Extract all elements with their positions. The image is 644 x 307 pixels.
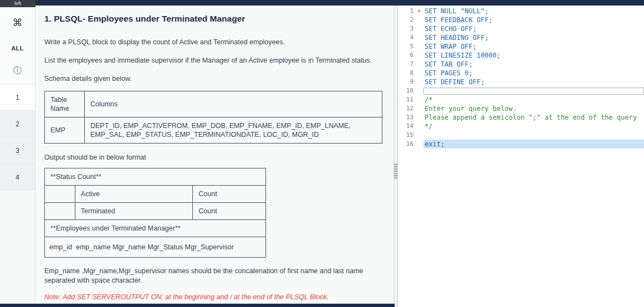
- table-row: EMP DEPT_ID, EMP_ACTIVEFROM, EMP_DOB, EM…: [45, 117, 382, 144]
- table-cell: Active: [75, 186, 192, 203]
- code-text: SET PAGES 0;: [423, 69, 644, 78]
- app-root: left ⌘ ALL ⓘ 1234 1. PLSQL- Employees un…: [0, 0, 644, 307]
- table-row: emp_id emp_name Mgr_name Mgr_Status Mgr_…: [45, 237, 266, 258]
- table-header-cell: Columns: [85, 91, 382, 117]
- editor-line-7[interactable]: 7SET TAB OFF;: [398, 60, 644, 69]
- editor-line-13[interactable]: 13Please append a semicolon ";" at the e…: [398, 113, 644, 122]
- table-cell: DEPT_ID, EMP_ACTIVEFROM, EMP_DOB, EMP_FN…: [85, 117, 382, 144]
- code-text: Please append a semicolon ";" at the end…: [423, 113, 644, 122]
- editor-line-2[interactable]: 2SET FEEDBACK OFF;: [398, 16, 644, 24]
- table-header-cell: Table Name: [45, 91, 85, 117]
- top-bar: [0, 0, 644, 6]
- fold-gutter-spacer: [415, 122, 423, 131]
- table-cell: Terminated: [75, 203, 192, 220]
- code-text: /*: [423, 95, 644, 104]
- code-text: SET LINESIZE 10000;: [423, 51, 644, 60]
- splitter-grip-icon[interactable]: [394, 163, 397, 179]
- fold-gutter-spacer: [415, 69, 423, 78]
- code-text: SET WRAP OFF;: [423, 42, 644, 51]
- editor-line-10[interactable]: 10: [398, 86, 644, 95]
- code-text: SET ECHO OFF;: [423, 24, 644, 33]
- editor-line-6[interactable]: 6SET LINESIZE 10000;: [398, 51, 644, 60]
- editor-line-1[interactable]: 1∨SET NULL "NULL";: [398, 7, 644, 16]
- fold-gutter-spacer: [415, 95, 423, 104]
- left-panel-tab[interactable]: left: [0, 0, 35, 7]
- sidebar-item-1[interactable]: 1: [0, 84, 35, 111]
- code-text: SET DEFINE OFF;: [423, 78, 644, 86]
- line-number: 7: [398, 60, 415, 69]
- code-editor[interactable]: 1∨SET NULL "NULL";2SET FEEDBACK OFF;3SET…: [398, 6, 644, 307]
- line-number: 14: [398, 122, 415, 131]
- fold-gutter-spacer: [415, 78, 423, 86]
- code-text: SET HEADING OFF;: [423, 33, 644, 42]
- line-number: 11: [398, 95, 415, 104]
- line-number: 6: [398, 51, 415, 60]
- editor-line-12[interactable]: 12Enter your query below.: [398, 104, 644, 113]
- table-cell: **Status Count**: [45, 168, 266, 186]
- code-text: exit;: [423, 140, 644, 149]
- editor-line-4[interactable]: 4SET HEADING OFF;: [398, 33, 644, 42]
- code-text: Enter your query below.: [423, 104, 644, 113]
- fold-gutter-spacer: [415, 51, 423, 60]
- editor-line-5[interactable]: 5SET WRAP OFF;: [398, 42, 644, 51]
- code-text: SET NULL "NULL";: [423, 7, 644, 16]
- fold-gutter-spacer: [415, 113, 423, 122]
- table-cell: Count: [193, 186, 266, 203]
- table-cell: **Employees under Terminated Manager**: [45, 220, 266, 237]
- editor-line-3[interactable]: 3SET ECHO OFF;: [398, 24, 644, 33]
- line-number: 9: [398, 78, 415, 86]
- editor-line-16[interactable]: 16exit;: [398, 140, 644, 149]
- line-number: 12: [398, 104, 415, 113]
- table-cell: [45, 203, 75, 220]
- fold-gutter-spacer: [415, 33, 423, 42]
- editor-line-11[interactable]: 11/*: [398, 95, 644, 104]
- editor-line-15[interactable]: 15: [398, 131, 644, 140]
- code-text: [423, 88, 644, 95]
- fold-gutter-spacer: [415, 86, 423, 95]
- line-number: 8: [398, 69, 415, 78]
- line-number: 5: [398, 42, 415, 51]
- question-paragraph: List the employees and immediate supervi…: [44, 57, 384, 65]
- sidebar-top: ⌘ ALL ⓘ: [0, 7, 35, 84]
- fold-gutter-spacer: [415, 60, 423, 69]
- sidebar-item-all[interactable]: ALL: [0, 45, 35, 52]
- command-icon[interactable]: ⌘: [0, 17, 35, 28]
- concatenation-note: Emp_name ,Mgr_name,Mgr_supervisor names …: [44, 267, 377, 285]
- serveroutput-note: Note: Add SET SERVEROUTPUT ON; at the be…: [44, 293, 384, 301]
- editor-line-9[interactable]: 9SET DEFINE OFF;: [398, 78, 644, 86]
- table-cell: [45, 186, 75, 203]
- line-number: 3: [398, 24, 415, 33]
- fold-gutter-spacer: [415, 140, 423, 149]
- output-format-intro: Output should be in below format: [44, 154, 384, 161]
- panel-splitter[interactable]: [393, 6, 398, 307]
- schema-table: Table Name Columns EMP DEPT_ID, EMP_ACTI…: [44, 91, 382, 144]
- table-cell: Count: [193, 203, 266, 220]
- sidebar-item-4[interactable]: 4: [0, 164, 35, 191]
- question-panel: 1. PLSQL- Employees under Terminated Man…: [35, 7, 393, 304]
- question-paragraph: Schema details given below.: [44, 75, 384, 83]
- fold-gutter-spacer: [415, 104, 423, 113]
- table-row: Terminated Count: [45, 203, 266, 220]
- info-icon[interactable]: ⓘ: [0, 66, 35, 75]
- table-row: Active Count: [45, 186, 266, 203]
- code-text: SET FEEDBACK OFF;: [423, 16, 644, 24]
- fold-gutter-spacer: [415, 24, 423, 33]
- editor-line-14[interactable]: 14*/: [398, 122, 644, 131]
- fold-gutter-spacer: [415, 42, 423, 51]
- editor-line-8[interactable]: 8SET PAGES 0;: [398, 69, 644, 78]
- line-number: 13: [398, 113, 415, 122]
- line-number: 2: [398, 16, 415, 24]
- line-number: 15: [398, 131, 415, 140]
- fold-gutter-spacer: [415, 16, 423, 24]
- sidebar-item-2[interactable]: 2: [0, 111, 35, 137]
- question-paragraph: Write a PLSQL block to display the count…: [44, 38, 384, 47]
- code-text: SET TAB OFF;: [423, 60, 644, 69]
- line-number: 4: [398, 33, 415, 42]
- question-title: 1. PLSQL- Employees under Terminated Man…: [44, 14, 384, 24]
- sidebar-items: 1234: [0, 84, 35, 191]
- fold-arrow-icon[interactable]: ∨: [415, 7, 423, 16]
- code-text: */: [423, 122, 644, 131]
- sidebar-item-3[interactable]: 3: [0, 137, 35, 164]
- line-number: 16: [398, 140, 415, 149]
- sidebar: ⌘ ALL ⓘ 1234: [0, 7, 35, 304]
